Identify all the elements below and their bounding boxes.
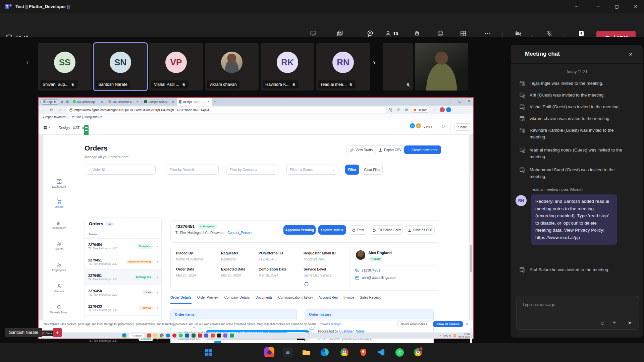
minimize-button[interactable]: ─ [592, 3, 604, 11]
whatsapp-icon[interactable]: ✆ [394, 347, 405, 357]
attach-plus-icon[interactable]: + [612, 319, 616, 326]
video-tile-camera-on[interactable] [415, 43, 468, 90]
sidebar-item-clients[interactable]: Clients [43, 241, 75, 251]
file-explorer-icon[interactable] [301, 347, 311, 357]
filter-apply-button[interactable]: Filter [345, 165, 359, 175]
allow-cookies-button[interactable]: Allow all cookies [433, 321, 463, 327]
update-status-button[interactable]: Update status [318, 225, 346, 235]
filter-status-select[interactable]: Filter by Status⌄ [286, 165, 338, 175]
refresh-icon[interactable]: ⟳ [47, 108, 56, 112]
collections-icon[interactable]: ⊞ [402, 108, 411, 112]
view-drafts-button[interactable]: View Drafts [346, 145, 376, 154]
shared-lang-indicator[interactable]: ENG IN [443, 335, 451, 337]
sidebar-item-employees[interactable]: Employees [43, 262, 75, 272]
figma-main-menu[interactable]: ▦▾ [43, 125, 50, 130]
dark-app-icon[interactable]: ▦ [283, 347, 293, 357]
shared-search-pill[interactable]: ⌕ Search [129, 334, 145, 338]
order-row[interactable]: 2279454TL Flex Holdings LLCComplete› [85, 238, 161, 254]
emoji-icon[interactable]: ☺ [600, 320, 605, 326]
vscode-icon[interactable] [376, 347, 386, 357]
file-explorer-icon[interactable] [153, 334, 157, 338]
video-tile-santosh[interactable]: SN Santosh Narate [94, 43, 147, 90]
vertical-tabs-icon[interactable]: ▤ [65, 100, 70, 104]
tab-close-icon[interactable]: ✕ [207, 100, 210, 104]
sidebar-item-vendors[interactable]: Vendors [43, 284, 75, 293]
edge-icon[interactable] [166, 334, 170, 338]
deny-cookies-button[interactable]: Do not allow cookies [397, 321, 430, 327]
sidebar-item-refresh-token[interactable]: Refresh Token [43, 305, 75, 314]
app-icon[interactable] [230, 334, 234, 338]
chat-close-icon[interactable]: ✕ [626, 50, 635, 59]
fill-online-form-button[interactable]: Fill Online Form [371, 225, 403, 235]
tab-close-icon[interactable]: ✕ [172, 100, 174, 104]
create-new-order-button[interactable]: +Create new order [404, 145, 441, 154]
import-favorites-link[interactable]: ⤓ Import favorites [43, 115, 66, 119]
save-as-pdf-button[interactable]: Save as PDF [406, 225, 435, 235]
tab-communication-history[interactable]: Communication History [278, 296, 313, 304]
approval-pending-button[interactable]: Approval Pending [283, 225, 316, 235]
shared-clock[interactable]: 11:3808-04-2025 [459, 333, 470, 339]
edge-icon[interactable] [320, 347, 330, 357]
presenter-pin-icon[interactable]: + [53, 328, 62, 337]
clear-filter-button[interactable]: Clear Filter [362, 165, 383, 175]
tab-documents[interactable]: Documents [256, 296, 273, 304]
browser-update-button[interactable]: Update [411, 107, 430, 113]
url-field[interactable]: https://www.figma.com/design/9BKQ0FOHRWa… [66, 107, 386, 113]
chrome-icon[interactable] [339, 347, 350, 357]
collaborator-avatar[interactable]: A [416, 123, 421, 129]
tab-actions-icon[interactable]: ⧉ [59, 100, 65, 104]
favorites-folder[interactable]: 🗀 Bills | Billing and Co... [72, 115, 105, 119]
titlebar-more-icon[interactable]: ⋯ [571, 3, 582, 11]
home-icon[interactable]: ⌂ [56, 108, 65, 112]
video-tile-partial[interactable] [383, 43, 413, 90]
order-id-search-input[interactable]: ⌕ Order ID [86, 165, 156, 175]
opera-icon[interactable] [172, 334, 176, 338]
browser-tab-whatsapp[interactable]: (6) WhatsApp✕ [70, 98, 106, 106]
chrome-profile-icon[interactable] [413, 347, 423, 357]
teams-app-icon[interactable] [204, 334, 208, 338]
copilot-icon[interactable] [446, 107, 451, 112]
chrome-icon[interactable] [160, 334, 164, 338]
canvas-scrollbar[interactable] [470, 172, 472, 357]
tab-sales-receipt[interactable]: Sales Receipt [360, 296, 381, 304]
profile-avatar[interactable] [440, 107, 445, 112]
word-app-icon[interactable] [185, 334, 189, 338]
sidebar-item-orders[interactable]: Orders [43, 199, 75, 208]
tiles-scroll-left-icon[interactable]: ‹ [26, 58, 29, 67]
tab-account-rep[interactable]: Account Rep [319, 296, 338, 304]
browser-minimize-icon[interactable]: ─ [446, 99, 453, 103]
cookie-close-icon[interactable]: ✕ [466, 322, 468, 326]
app-icon[interactable] [223, 334, 227, 338]
video-tile-ravindra[interactable]: RK Ravindra K... [261, 43, 314, 90]
list-column-header[interactable]: Name ↓ [85, 230, 161, 238]
browser-sign-in-button[interactable]: Sign in [40, 99, 59, 105]
contact-person-link[interactable]: Contact_Person. [227, 231, 253, 235]
excel-app-icon[interactable] [192, 334, 196, 338]
browser-tab-figma[interactable]: Design - UAT – Figma✕ [177, 98, 212, 106]
back-icon[interactable]: ← [39, 108, 47, 112]
filter-domicile-select[interactable]: Filter by Domicile⌄ [166, 165, 219, 175]
maximize-button[interactable]: ▢ [611, 3, 623, 11]
video-tile-readai[interactable]: RN read.ai mee... [316, 43, 370, 90]
browser-tab-excel[interactable]: Sample Salary Structure with calc✕ [141, 98, 177, 106]
figma-file-name[interactable]: Design - UAT▣ [59, 126, 85, 130]
scrollbar-thumb[interactable] [470, 245, 472, 272]
contact-phone[interactable]: 2123874901 [355, 268, 380, 272]
video-tile-vishal[interactable]: VP Vishal Patil ... [149, 43, 203, 90]
print-button[interactable]: Print [349, 225, 367, 235]
tab-order-preview[interactable]: Order Preview [197, 296, 219, 304]
browser-close-icon[interactable]: ✕ [466, 99, 473, 103]
collaborator-avatar[interactable]: S [410, 123, 415, 129]
order-row[interactable]: 2276450TL Flex Holdings LLCDraft› [85, 285, 161, 300]
pdf-app-icon[interactable] [198, 334, 202, 338]
order-row-selected[interactable]: 2276451TL Flex Holdings LLCIn Progress› [85, 269, 161, 285]
firefox-icon[interactable] [267, 350, 272, 355]
brave-icon[interactable] [358, 347, 368, 357]
shared-tray-chevron-icon[interactable]: ^ [440, 335, 441, 337]
cookies-settings-link[interactable]: Cookies settings [320, 322, 340, 326]
browser-maximize-icon[interactable]: ▢ [457, 99, 463, 103]
whatsapp-icon[interactable] [179, 334, 183, 338]
filter-company-select[interactable]: Filter by Company⌄ [226, 165, 278, 175]
order-row[interactable]: 2276433TL Flex Holdings LLCReview› [85, 300, 161, 315]
export-csv-button[interactable]: Export CSV [375, 145, 405, 154]
